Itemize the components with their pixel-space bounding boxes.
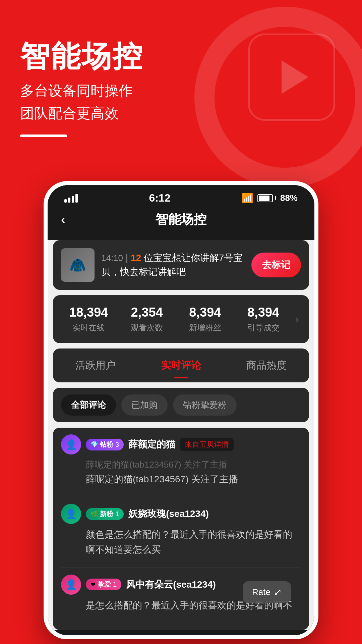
user-badge-1: 💎 钻粉 3 [86,439,124,450]
hero-divider [20,135,67,137]
filter-purchased[interactable]: 已加购 [121,394,168,416]
badge-label-2: 新粉 [100,509,113,519]
comment-separator-2 [61,568,301,568]
hero-title: 智能场控 [20,40,143,73]
status-time: 6:12 [149,192,170,204]
play-icon-decoration [248,34,335,121]
user-badge-2: 🌿 新粉 1 [86,508,124,520]
comment-separator-1 [61,497,301,497]
status-right: 📶 88% [242,193,298,204]
filter-all[interactable]: 全部评论 [61,394,116,416]
signal-bar-1 [64,199,67,203]
stat-conversion: 8,394 引导成交 [234,305,292,333]
alert-card: 🧥 14:10 | 12 位宝宝想让你讲解7号宝贝，快去标记讲解吧 去标记 [53,240,309,290]
comment-avatar-1: 👤 [61,434,81,454]
comment-avatar-3: 👤 [61,575,81,595]
badge-num-1: 3 [115,441,119,448]
wifi-icon: 📶 [242,193,253,204]
signal-bar-3 [72,196,74,203]
leaf-icon: 🌿 [90,510,98,518]
hero-content: 智能场控 多台设备同时操作 团队配合更高效 [20,40,143,137]
top-nav: ‹ 智能场控 [48,208,314,235]
alert-highlight: 12 [131,253,141,263]
battery-tip [275,196,276,200]
battery-body [257,194,273,202]
avatar-image: 🧥 [61,248,95,282]
battery-fill [259,196,269,201]
username-2: 妖娆玫瑰(sea1234) [128,507,209,520]
filter-fans[interactable]: 钻粉挚爱粉 [173,394,237,416]
signal-bar-2 [68,198,70,203]
stat-views-label: 观看次数 [118,322,176,333]
status-bar: 6:12 📶 88% [48,185,314,208]
tab-realtime-comments[interactable]: 实时评论 [138,355,224,376]
comment-avatar-2: 👤 [61,504,81,524]
stat-fans-value: 8,394 [176,305,234,320]
badge-label-1: 钻粉 [100,440,113,449]
heart-icon: ❤ [90,581,96,588]
phone-wrapper: 6:12 📶 88% ‹ 智能场控 [0,181,362,644]
alert-time: 14:10 [101,253,123,263]
mark-button[interactable]: 去标记 [251,253,301,277]
content-area: 🧥 14:10 | 12 位宝宝想让你讲解7号宝贝，快去标记讲解吧 去标记 18… [48,240,314,630]
rate-label: Rate [252,587,270,597]
filter-row: 全部评论 已加购 钻粉挚爱粉 [53,388,309,422]
comment-list: 👤 💎 钻粉 3 薛额定的猫 来自宝贝详情 薛呢定的猫(tab1234567) … [53,428,309,630]
comment-text-1b: 薛呢定的猫(tab1234567) 关注了主播 [61,472,301,487]
tab-product-heat[interactable]: 商品热度 [224,355,309,376]
stat-fans-label: 新增粉丝 [176,322,234,333]
phone-outer: 6:12 📶 88% ‹ 智能场控 [44,181,318,639]
stat-conversion-value: 8,394 [234,305,292,320]
rate-overlay[interactable]: Rate ⤢ [243,581,291,603]
play-triangle [282,60,308,94]
stat-realtime-value: 18,394 [60,305,118,320]
alert-avatar: 🧥 [61,248,95,282]
hero-subtitle: 多台设备同时操作 团队配合更高效 [20,79,143,124]
comment-item-3: 👤 ❤ 挚爱 1 风中有朵云(sea1234) 是怎么搭配的？最近入手的很喜欢的… [61,575,301,613]
expand-icon: ⤢ [274,587,282,598]
badge-label-3: 挚爱 [98,580,111,589]
phone-inner: 6:12 📶 88% ‹ 智能场控 [48,185,314,635]
stat-conversion-label: 引导成交 [234,322,292,333]
back-button[interactable]: ‹ [61,212,65,227]
username-1: 薛额定的猫 [128,438,175,451]
user-badge-3: ❤ 挚爱 1 [86,579,121,590]
comment-text-1a: 薛呢定的猫(tab1234567) 关注了主播 [61,458,301,472]
comment-header-1: 👤 💎 钻粉 3 薛额定的猫 来自宝贝详情 [61,434,301,454]
stats-card: 18,394 实时在线 2,354 观看次数 8,394 新增粉丝 [53,295,309,343]
stat-realtime: 18,394 实时在线 [60,305,118,333]
tab-bar: 活跃用户 实时评论 商品热度 [53,348,309,382]
battery-percent: 88% [280,193,298,203]
signal-bar-4 [75,194,78,203]
comment-header-2: 👤 🌿 新粉 1 妖娆玫瑰(sea1234) [61,504,301,524]
badge-num-2: 1 [115,510,119,518]
stat-fans: 8,394 新增粉丝 [176,305,234,333]
username-3: 风中有朵云(sea1234) [126,578,216,591]
comment-text-2: 颜色是怎么搭配的？最近入手的很喜欢的是好看的啊不知道要怎么买 [61,527,301,557]
stat-views: 2,354 观看次数 [118,305,176,333]
battery-indicator [257,194,276,202]
comment-item-2: 👤 🌿 新粉 1 妖娆玫瑰(sea1234) 颜色是怎么搭配的？最近入手的很喜欢… [61,504,301,557]
hero-background: 智能场控 多台设备同时操作 团队配合更高效 [0,0,362,188]
tab-active-users[interactable]: 活跃用户 [53,355,138,376]
comment-item-1: 👤 💎 钻粉 3 薛额定的猫 来自宝贝详情 薛呢定的猫(tab1234567) … [61,434,301,487]
diamond-icon: 💎 [90,441,98,448]
alert-text: 14:10 | 12 位宝宝想让你讲解7号宝贝，快去标记讲解吧 [101,251,245,279]
stat-realtime-label: 实时在线 [60,322,118,333]
stat-views-value: 2,354 [118,305,176,320]
source-tag-1: 来自宝贝详情 [180,438,234,451]
signal-indicator [64,194,78,203]
nav-title: 智能场控 [156,211,206,228]
badge-num-3: 1 [113,581,117,588]
stats-arrow-icon[interactable]: › [292,314,302,325]
